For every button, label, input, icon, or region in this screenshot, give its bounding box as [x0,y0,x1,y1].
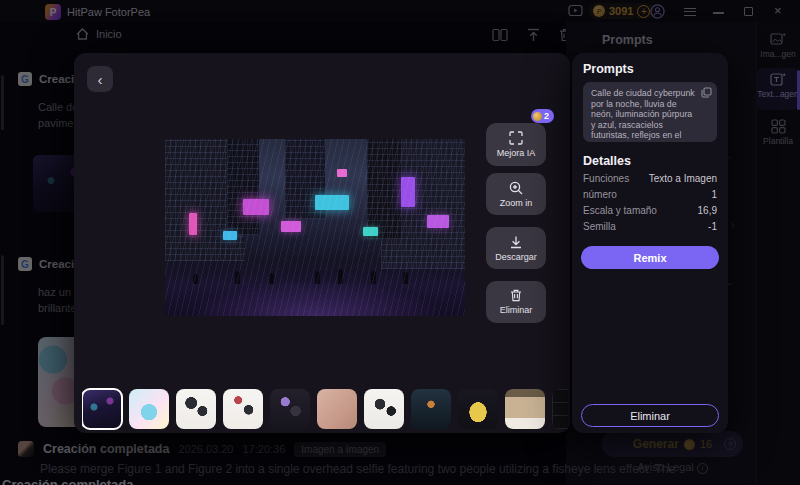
thumbnail-9[interactable] [458,389,498,429]
preview-image[interactable] [165,139,465,316]
copy-button[interactable] [701,87,712,98]
detail-label: número [583,189,617,200]
thumbnail-2[interactable] [129,389,169,429]
detail-label: Escala y tamaño [583,205,657,216]
prompt-text: Calle de ciudad cyberpunk por la noche, … [591,88,699,142]
zoom-in-icon [509,181,523,195]
panel-delete-button[interactable]: Eliminar [581,404,719,427]
zoom-in-button[interactable]: Zoom in [486,173,546,215]
thumbnail-strip [82,386,568,432]
detail-value: Texto a Imagen [649,173,717,184]
detail-label: Semilla [583,221,616,232]
detail-row: número 1 [583,189,717,200]
zoom-in-label: Zoom in [500,198,533,208]
detail-row: Escala y tamaño 16,9 [583,205,717,216]
download-label: Descargar [495,252,537,262]
copy-icon [701,87,712,98]
enhance-label: Mejora IA [497,148,536,158]
delete-image-button[interactable]: Eliminar [486,281,546,323]
detail-row: Semilla -1 [583,221,717,232]
detail-value: -1 [708,221,717,232]
download-button[interactable]: Descargar [486,227,546,269]
details-title: Detalles [583,154,631,168]
detail-value: 16,9 [698,205,717,216]
download-icon [509,235,523,249]
thumbnail-5[interactable] [270,389,310,429]
prompts-panel: Prompts Calle de ciudad cyberpunk por la… [572,53,728,433]
trash-icon [510,289,522,302]
enhance-button[interactable]: Mejora IA [486,123,546,166]
thumbnail-1-selected[interactable] [82,389,122,429]
expand-icon [509,131,523,145]
delete-label: Eliminar [500,305,533,315]
remix-button[interactable]: Remix [581,246,719,269]
enhance-cost: 2 [544,111,549,121]
app-window: P HitPaw FotorPea P 3091 + × Inicio Prom… [0,0,800,485]
preview-art-layer [165,139,465,316]
thumbnail-10[interactable] [505,389,545,429]
enhance-cost-badge: 2 [531,109,554,123]
thumbnail-11[interactable] [552,389,568,429]
detail-row: Funciones Texto a Imagen [583,173,717,184]
detail-label: Funciones [583,173,629,184]
thumbnail-3[interactable] [176,389,216,429]
image-preview-modal: ‹ 2 [74,53,570,433]
prompts-title: Prompts [583,62,634,76]
detail-value: 1 [711,189,717,200]
coin-icon [533,112,542,121]
thumbnail-6[interactable] [317,389,357,429]
thumbnail-8[interactable] [411,389,451,429]
prompt-box[interactable]: Calle de ciudad cyberpunk por la noche, … [583,82,717,142]
thumbnail-4[interactable] [223,389,263,429]
back-button[interactable]: ‹ [87,66,113,92]
thumbnail-7[interactable] [364,389,404,429]
